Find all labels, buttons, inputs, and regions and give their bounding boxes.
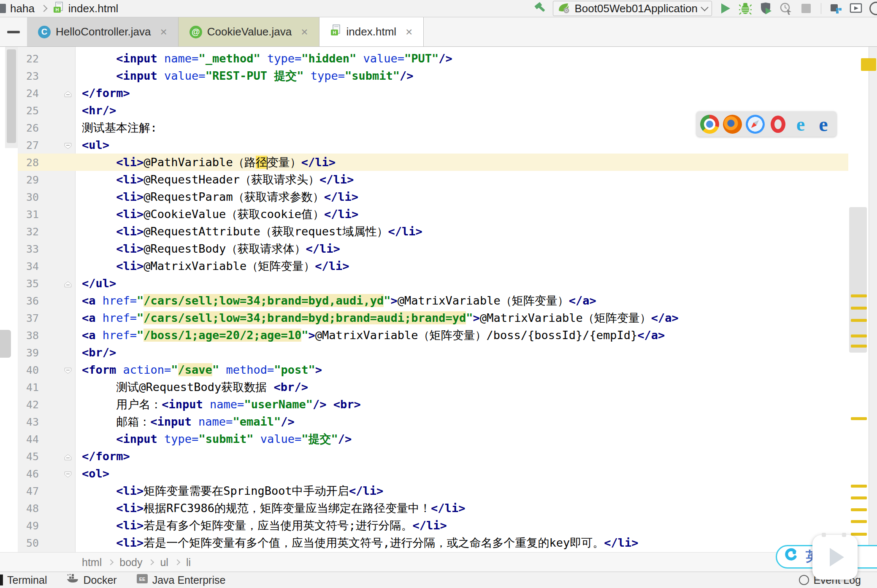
browser-safari-icon[interactable] (746, 115, 765, 134)
run-configuration-select[interactable]: Boot05Web01Application (553, 1, 712, 16)
code-text: <li>若是有多个矩阵变量，应当使用英文符号;进行分隔。</li> (75, 519, 447, 532)
status-bar: Terminal Docker EE Java Enterprise Event… (0, 572, 877, 588)
statusbar-java-enterprise[interactable]: EE Java Enterprise (136, 573, 226, 587)
code-line-37[interactable]: 37<a href="/cars/sell;low=34;brand=byd;b… (18, 309, 848, 326)
code-line-35[interactable]: 35</ul> (18, 275, 848, 292)
browser-chrome-icon[interactable] (700, 115, 719, 134)
browser-firefox-icon[interactable] (723, 115, 742, 134)
line-number: 43 (18, 413, 39, 431)
warning-stripe-mark[interactable] (851, 334, 867, 337)
warning-stripe-mark[interactable] (851, 307, 867, 310)
code-line-27[interactable]: 27<ul> (18, 136, 848, 154)
code-line-22[interactable]: 22 <input name="_method" type="hidden" v… (18, 50, 848, 67)
fold-marker-icon[interactable] (39, 136, 75, 154)
line-number: 30 (18, 189, 39, 206)
close-tab-icon[interactable]: × (301, 25, 308, 39)
stripe-edge (869, 47, 877, 553)
code-line-48[interactable]: 48 <li>根据RFC3986的规范，矩阵变量应当绑定在路径变量中！</li> (18, 499, 848, 517)
code-text: <li>@PathVariable（路径变量）</li> (75, 156, 336, 169)
sogou-ime-logo-icon[interactable] (783, 548, 799, 566)
fold-marker-icon[interactable] (39, 84, 75, 102)
run-dashboard-icon[interactable] (849, 1, 863, 16)
svg-text:EE: EE (139, 577, 145, 582)
warning-stripe-mark[interactable] (851, 496, 867, 499)
statusbar-terminal[interactable]: Terminal (7, 574, 47, 586)
code-line-28[interactable]: 28 <li>@PathVariable（路径变量）</li> (18, 154, 848, 171)
editor-tab-HelloController.java[interactable]: CHelloController.java× (27, 17, 179, 46)
code-line-39[interactable]: 39<br/> (18, 344, 848, 361)
line-number: 25 (18, 102, 39, 119)
code-line-23[interactable]: 23 <input value="REST-PUT 提交" type="subm… (18, 67, 848, 84)
search-icon[interactable] (869, 2, 877, 15)
browser-ie-icon[interactable]: e (791, 115, 810, 134)
close-tab-icon[interactable]: × (406, 25, 412, 39)
code-line-30[interactable]: 30 <li>@RequestParam（获取请求参数）</li> (18, 188, 848, 205)
breadcrumb-item-body[interactable]: body (119, 556, 142, 569)
docker-label: Docker (83, 574, 116, 586)
code-line-47[interactable]: 47 <li>矩阵变量需要在SpringBoot中手动开启</li> (18, 482, 848, 499)
statusbar-docker[interactable]: Docker (66, 573, 116, 587)
screen-recorder-widget[interactable] (812, 535, 858, 580)
code-line-36[interactable]: 36<a href="/cars/sell;low=34;brand=byd,a… (18, 292, 848, 309)
warning-stripe-mark[interactable] (851, 345, 867, 348)
code-line-29[interactable]: 29 <li>@RequestHeader（获取请求头）</li> (18, 171, 848, 188)
code-text: <input type="submit" value="提交"/> (75, 432, 352, 445)
file-warning-indicator[interactable] (861, 58, 876, 71)
warning-stripe-mark[interactable] (851, 508, 867, 511)
line-number: 34 (18, 258, 39, 275)
code-line-50[interactable]: 50 <li>若是一个矩阵变量有多个值，应当使用英文符号,进行分隔，或之命名多个… (18, 534, 848, 551)
code-line-32[interactable]: 32 <li>@RequestAttribute（获取request域属性）</… (18, 223, 848, 240)
fold-marker-icon[interactable] (39, 275, 75, 292)
fold-marker-icon[interactable] (39, 465, 75, 482)
close-tab-icon[interactable]: × (160, 25, 167, 39)
editor-scrollbar-thumb[interactable] (849, 207, 867, 353)
code-line-45[interactable]: 45</form> (18, 448, 848, 465)
window-icon (0, 4, 6, 13)
breadcrumb-item-ul[interactable]: ul (160, 556, 168, 569)
editor-tab-CookieValue.java[interactable]: @CookieValue.java× (179, 17, 319, 46)
build-hammer-icon[interactable] (533, 1, 547, 16)
coverage-icon[interactable] (758, 1, 773, 16)
code-line-42[interactable]: 42 用户名：<input name="userName"/> <br> (18, 396, 848, 413)
editor-tab-index.html[interactable]: Hindex.html× (319, 17, 424, 46)
code-line-43[interactable]: 43 邮箱：<input name="email"/> (18, 413, 848, 430)
run-icon[interactable] (718, 1, 732, 16)
left-scrollbar-thumb[interactable] (7, 49, 16, 143)
code-line-49[interactable]: 49 <li>若是有多个矩阵变量，应当使用英文符号;进行分隔。</li> (18, 517, 848, 534)
line-number: 39 (18, 344, 39, 361)
spring-boot-icon (558, 1, 570, 16)
code-line-34[interactable]: 34 <li>@MatrixVariable（矩阵变量）</li> (18, 257, 848, 275)
breadcrumb-item-li[interactable]: li (186, 556, 191, 569)
debug-icon[interactable] (738, 1, 752, 16)
tool-window-handle[interactable] (0, 330, 11, 358)
services-icon[interactable] (829, 1, 843, 16)
breadcrumb-item-html[interactable]: html (82, 556, 102, 569)
warning-stripe-mark[interactable] (851, 533, 867, 536)
code-line-31[interactable]: 31 <li>@CookieValue（获取cookie值）</li> (18, 205, 848, 223)
code-line-33[interactable]: 33 <li>@RequestBody（获取请求体）</li> (18, 240, 848, 257)
error-stripe[interactable] (848, 47, 877, 553)
warning-stripe-mark[interactable] (851, 294, 867, 297)
code-line-41[interactable]: 41 测试@RequestBody获取数据 <br/> (18, 378, 848, 396)
breadcrumb-file[interactable]: index.html (68, 2, 119, 15)
code-editor[interactable]: 22 <input name="_method" type="hidden" v… (0, 47, 877, 553)
code-line-24[interactable]: 24</form> (18, 84, 848, 102)
code-line-46[interactable]: 46<ol> (18, 465, 848, 482)
warning-stripe-mark[interactable] (851, 319, 867, 322)
hide-tabs-icon[interactable] (0, 17, 27, 46)
breadcrumb-project[interactable]: haha (10, 2, 35, 15)
browser-edge-icon[interactable]: e (814, 115, 833, 134)
warning-stripe-mark[interactable] (851, 520, 867, 523)
code-line-44[interactable]: 44 <input type="submit" value="提交"/> (18, 430, 848, 448)
browser-opera-icon[interactable] (771, 116, 785, 133)
code-line-38[interactable]: 38<a href="/boss/1;age=20/2;age=10">@Mat… (18, 326, 848, 344)
fold-marker-icon[interactable] (39, 361, 75, 378)
code-line-40[interactable]: 40<form action="/save" method="post"> (18, 361, 848, 378)
code-text: <li>@RequestBody（获取请求体）</li> (75, 242, 340, 255)
warning-stripe-mark[interactable] (851, 417, 867, 420)
warning-stripe-mark[interactable] (851, 485, 867, 488)
fold-marker-icon[interactable] (39, 448, 75, 465)
chevron-right-icon (108, 559, 114, 565)
code-text: <li>@RequestParam（获取请求参数）</li> (75, 190, 358, 203)
line-number: 33 (18, 240, 39, 258)
